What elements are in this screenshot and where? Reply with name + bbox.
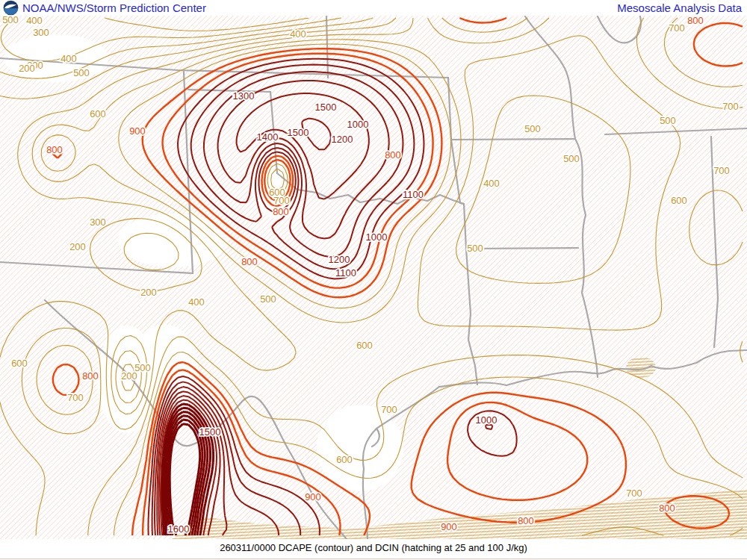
contour-label-300: 300 <box>33 27 49 38</box>
contour-label-800: 800 <box>273 206 289 217</box>
contour-label-1000: 1000 <box>366 231 388 243</box>
contour-label-1100: 1100 <box>335 267 356 279</box>
contour-label-1000: 1000 <box>347 119 369 130</box>
contour-label-900: 900 <box>441 521 457 532</box>
contour-label-400: 400 <box>26 15 43 26</box>
contour-label-600: 600 <box>336 454 353 465</box>
contour-label-1600: 1600 <box>168 523 190 535</box>
contour-label-1300: 1300 <box>233 90 255 102</box>
contour-label-1200: 1200 <box>332 134 353 145</box>
map-caption: 260311/0000 DCAPE (contour) and DCIN (ha… <box>0 542 747 553</box>
contour-label-500: 500 <box>73 67 90 78</box>
mesoscale-analysis-map: 5004003004003002005006004007005005004005… <box>0 0 747 560</box>
header-left-title: NOAA/NWS/Storm Prediction Center <box>22 1 206 14</box>
contour-label-1500: 1500 <box>315 102 337 113</box>
dcin-hatch-100-pocket <box>626 357 656 378</box>
contour-label-800: 800 <box>241 256 258 267</box>
contour-label-300: 300 <box>90 217 106 228</box>
contour-label-200: 200 <box>19 63 35 74</box>
contour-label-700: 700 <box>273 195 290 206</box>
contour-label-600: 600 <box>11 358 28 369</box>
contour-label-1000: 1000 <box>476 414 498 426</box>
contour-label-800: 800 <box>687 15 704 26</box>
contour-label-200: 200 <box>140 287 157 298</box>
contour-label-700: 700 <box>722 101 739 112</box>
contour-label-400: 400 <box>188 296 205 308</box>
contour-label-800: 800 <box>82 370 99 382</box>
noaa-logo-icon <box>3 0 19 16</box>
contour-label-400: 400 <box>483 178 500 189</box>
contour-label-400: 400 <box>290 28 306 40</box>
contour-label-600: 600 <box>671 195 687 206</box>
contour-label-1400: 1400 <box>257 131 279 143</box>
contour-label-800: 800 <box>385 149 401 161</box>
contour-label-500: 500 <box>467 243 483 254</box>
contour-label-200: 200 <box>121 370 137 382</box>
border-missouri-arkansas <box>451 139 575 140</box>
contour-label-1500: 1500 <box>199 426 221 438</box>
contour-label-700: 700 <box>626 488 642 499</box>
bottom-rule <box>0 559 747 559</box>
contour-label-600: 600 <box>90 108 106 119</box>
contour-label-500: 500 <box>260 293 276 305</box>
contour-label-400: 400 <box>61 53 77 64</box>
contour-label-800: 800 <box>659 503 675 514</box>
contour-label-1100: 1100 <box>403 189 424 200</box>
contour-label-900: 900 <box>305 491 321 503</box>
contour-label-700: 700 <box>669 22 685 34</box>
contour-label-600: 600 <box>356 340 373 351</box>
contour-label-500: 500 <box>563 153 580 164</box>
contour-label-900: 900 <box>129 125 146 137</box>
contour-label-700: 700 <box>381 404 397 415</box>
contour-label-500: 500 <box>524 123 541 134</box>
header-bar: NOAA/NWS/Storm Prediction Center Mesosca… <box>0 0 747 16</box>
contour-label-700: 700 <box>67 392 84 403</box>
contour-label-700: 700 <box>713 165 730 176</box>
contour-label-1500: 1500 <box>288 127 309 138</box>
contour-label-800: 800 <box>518 515 534 526</box>
contour-label-800: 800 <box>46 144 63 155</box>
contour-label-500: 500 <box>2 14 19 25</box>
header-right-title: Mesoscale Analysis Data <box>617 1 742 14</box>
contour-label-500: 500 <box>660 115 676 126</box>
contour-label-1200: 1200 <box>329 254 350 265</box>
contour-label-200: 200 <box>69 241 86 252</box>
